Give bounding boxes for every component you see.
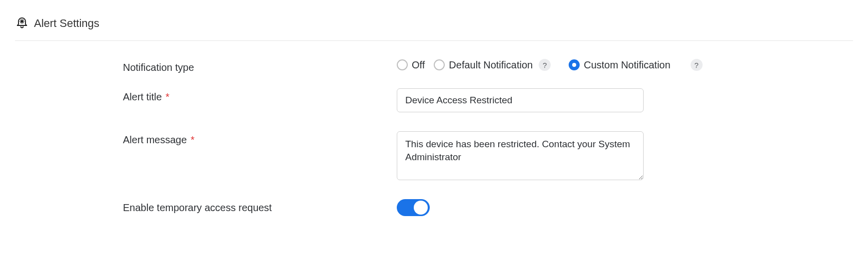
label-notification-type: Notification type (123, 59, 397, 73)
radio-option-off[interactable]: Off (397, 59, 425, 71)
help-icon[interactable]: ? (539, 59, 551, 71)
label-alert-title: Alert title * (123, 88, 397, 103)
alert-title-input[interactable] (397, 88, 644, 112)
alert-settings-header: Alert Settings (15, 15, 853, 41)
radio-option-custom[interactable]: Custom Notification (569, 59, 670, 71)
radio-option-default[interactable]: Default Notification (434, 59, 533, 71)
radio-icon (397, 59, 408, 70)
row-alert-title: Alert title * (123, 88, 853, 112)
row-enable-temp-access: Enable temporary access request (123, 199, 853, 216)
enable-temp-access-toggle[interactable] (397, 199, 430, 216)
svg-line-6 (23, 20, 23, 20)
label-alert-message: Alert message * (123, 131, 397, 146)
row-notification-type: Notification type Off Default Notificati… (123, 59, 853, 73)
row-alert-message: Alert message * (123, 131, 853, 180)
required-mark-icon: * (163, 91, 169, 102)
alert-message-input[interactable] (397, 131, 644, 180)
radio-icon (569, 59, 580, 70)
radio-label-default: Default Notification (449, 59, 533, 71)
toggle-knob-icon (414, 201, 428, 215)
label-alert-message-text: Alert message (123, 134, 187, 145)
label-alert-title-text: Alert title (123, 91, 162, 102)
radio-label-custom: Custom Notification (584, 59, 670, 71)
radio-label-off: Off (412, 59, 425, 71)
help-icon[interactable]: ? (691, 59, 703, 71)
label-enable-temp-access: Enable temporary access request (123, 199, 397, 214)
bell-gear-icon (15, 15, 29, 31)
radio-icon (434, 59, 445, 70)
page-title: Alert Settings (34, 17, 99, 30)
required-mark-icon: * (188, 134, 194, 145)
svg-line-7 (20, 22, 21, 23)
radio-group-notification-type: Off Default Notification ? Custom Notifi… (397, 59, 853, 71)
svg-line-8 (23, 22, 23, 23)
svg-line-5 (20, 20, 21, 20)
